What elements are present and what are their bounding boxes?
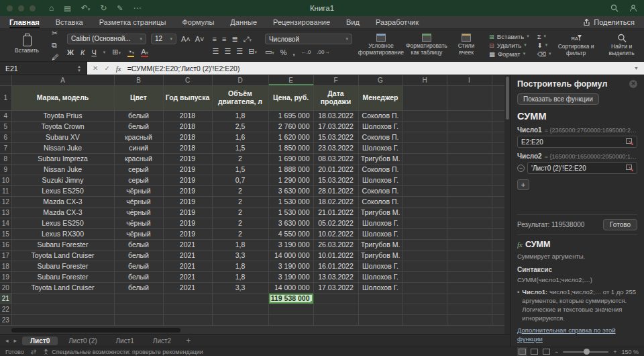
row-header-11[interactable]: 11 — [0, 185, 11, 196]
row-header-7[interactable]: 7 — [0, 142, 11, 153]
cell[interactable]: 18.02.2022 — [313, 196, 358, 207]
cell[interactable]: 2019 — [163, 196, 212, 207]
argument-2-field[interactable]: 'Лист0 (2)'!E2:E20 — [527, 162, 637, 174]
prev-sheet-icon[interactable]: ◂ — [5, 337, 9, 344]
comma-format-icon[interactable]: , — [293, 48, 295, 56]
align-right-icon[interactable]: ☰ — [236, 47, 243, 56]
cell[interactable]: 26.03.2022 — [313, 239, 358, 250]
add-sheet-icon[interactable]: + — [186, 336, 191, 345]
font-size-select[interactable]: 12▾ — [151, 34, 176, 44]
cell[interactable] — [492, 228, 504, 239]
cell[interactable] — [492, 110, 504, 121]
cell[interactable]: Subaru Forester — [11, 239, 114, 250]
underline-button[interactable]: Ч — [91, 48, 96, 56]
cell[interactable] — [402, 175, 447, 185]
selected-cell[interactable]: 119 538 000 — [268, 293, 313, 304]
cell[interactable] — [402, 228, 447, 239]
column-header-E[interactable]: E — [268, 75, 313, 85]
row-header-9[interactable]: 9 — [0, 164, 11, 175]
cell[interactable] — [313, 293, 358, 304]
zoom-in-icon[interactable]: + — [613, 349, 616, 355]
expand-formula-bar-icon[interactable]: ▼ — [634, 66, 639, 71]
cell[interactable]: чёрный — [114, 218, 163, 228]
row-header-13[interactable]: 13 — [0, 207, 11, 218]
cell[interactable] — [447, 282, 492, 293]
cell[interactable] — [212, 304, 268, 314]
cell[interactable] — [447, 175, 492, 185]
cell[interactable]: Шолохов Г. — [358, 228, 402, 239]
cell[interactable]: Toyota Crown — [11, 121, 114, 132]
cell[interactable] — [492, 314, 504, 325]
cell[interactable]: Шолохов Г. — [358, 218, 402, 228]
cell[interactable] — [402, 250, 447, 261]
cell[interactable] — [402, 293, 447, 304]
cell[interactable]: Mazda CX-3 — [11, 196, 114, 207]
range-picker-icon[interactable] — [626, 165, 633, 171]
column-header-B[interactable]: B — [114, 75, 163, 85]
cell[interactable]: Соколов П. — [358, 132, 402, 142]
cell[interactable]: 2019 — [163, 218, 212, 228]
align-top-icon[interactable]: ≡ — [213, 35, 217, 43]
ribbon-tab-Главная[interactable]: Главная — [9, 16, 40, 28]
cell[interactable] — [114, 314, 163, 325]
cell[interactable] — [492, 271, 504, 282]
cell[interactable]: 2019 — [163, 164, 212, 175]
insert-cells-button[interactable]: ⊞Вставить▾ — [489, 33, 529, 40]
cell[interactable] — [447, 314, 492, 325]
cell[interactable]: 1 850 000 — [268, 142, 313, 153]
close-panel-icon[interactable]: ✕ — [629, 80, 637, 88]
cell[interactable]: чёрный — [114, 196, 163, 207]
bold-button[interactable]: Ж — [67, 48, 74, 56]
cell[interactable] — [402, 142, 447, 153]
cell[interactable]: 08.03.2022 — [313, 153, 358, 164]
cell[interactable]: Тригубов М. — [358, 207, 402, 218]
cell[interactable]: 17.03.2022 — [313, 282, 358, 293]
column-header-G[interactable]: G — [358, 75, 402, 85]
cell[interactable]: 3,3 — [212, 282, 268, 293]
remove-argument-icon[interactable]: − — [517, 165, 525, 172]
cell[interactable]: Lexus ES250 — [11, 218, 114, 228]
increase-decimal-icon[interactable]: ←.0 — [301, 49, 311, 55]
header-cell[interactable]: Объём двигателя, л — [212, 85, 268, 110]
cell[interactable]: 15.03.2022 — [313, 175, 358, 185]
cell[interactable]: Subaru XV — [11, 132, 114, 142]
row-header-16[interactable]: 16 — [0, 239, 11, 250]
decrease-decimal-icon[interactable]: .00→ — [317, 49, 329, 55]
ribbon-tab-Вид[interactable]: Вид — [346, 16, 360, 28]
column-header-H[interactable]: H — [402, 75, 447, 85]
cell[interactable]: 2019 — [163, 207, 212, 218]
cell[interactable] — [447, 239, 492, 250]
cell[interactable] — [447, 218, 492, 228]
cell[interactable]: 1,8 — [212, 271, 268, 282]
cell[interactable] — [447, 164, 492, 175]
cancel-formula-icon[interactable]: ✕ — [93, 64, 98, 72]
cell[interactable]: 15.03.2022 — [313, 132, 358, 142]
cell[interactable] — [402, 239, 447, 250]
cell[interactable]: 3 630 000 — [268, 218, 313, 228]
cell[interactable] — [447, 304, 492, 314]
header-cell[interactable]: Марка, модель — [11, 85, 114, 110]
header-cell[interactable]: Цвет — [114, 85, 163, 110]
cell[interactable]: 2 — [212, 218, 268, 228]
cell[interactable] — [402, 85, 447, 110]
cell[interactable]: 3 190 000 — [268, 261, 313, 271]
cell[interactable]: 2,5 — [212, 121, 268, 132]
cell[interactable]: 2019 — [163, 228, 212, 239]
paste-button[interactable]: Вставить — [6, 36, 48, 54]
number-format-select[interactable]: Числовой▾ — [265, 34, 352, 44]
cell[interactable] — [447, 261, 492, 271]
cell[interactable] — [447, 250, 492, 261]
cell[interactable] — [163, 293, 212, 304]
minimize-window-icon[interactable] — [18, 5, 24, 11]
cell[interactable]: чёрный — [114, 185, 163, 196]
insert-function-icon[interactable]: fx — [116, 64, 121, 73]
cell[interactable]: Nissan Juke — [11, 142, 114, 153]
cell[interactable]: 28.01.2022 — [313, 185, 358, 196]
cell[interactable]: 2 — [212, 228, 268, 239]
cell[interactable] — [358, 314, 402, 325]
fill-color-icon[interactable]: ◔▾ — [127, 48, 134, 57]
cell[interactable]: 13.03.2022 — [313, 271, 358, 282]
delete-cells-button[interactable]: ⊟Удалить▾ — [489, 42, 529, 49]
cell[interactable] — [447, 271, 492, 282]
sheet-tab-Лист0[interactable]: Лист0 — [22, 337, 58, 345]
